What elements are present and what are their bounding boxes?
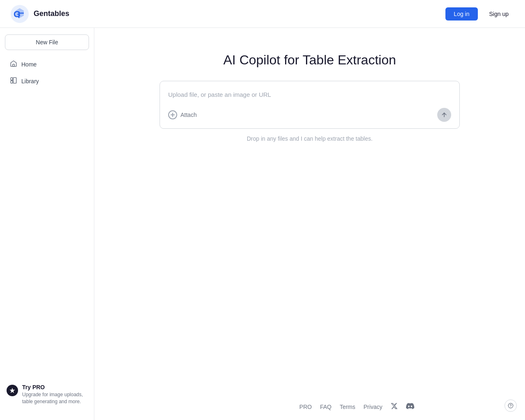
svg-rect-7 — [13, 78, 16, 83]
logo-text: Gentables — [34, 9, 69, 18]
footer: PRO FAQ Terms Privacy — [189, 394, 525, 420]
main-content: AI Copilot for Table Extraction Upload f… — [94, 28, 525, 420]
help-button[interactable] — [504, 399, 517, 412]
sidebar-bottom: Try PRO Upgrade for image uploads, table… — [5, 376, 89, 413]
login-button[interactable]: Log in — [445, 7, 477, 21]
try-pro-desc: Upgrade for image uploads, table generat… — [22, 391, 87, 405]
footer-link-pro[interactable]: PRO — [299, 404, 312, 410]
content-center: AI Copilot for Table Extraction Upload f… — [150, 28, 470, 142]
upload-placeholder: Upload file, or paste an image or URL — [168, 89, 451, 100]
sidebar-nav: Home Library — [5, 57, 89, 89]
discord-icon[interactable] — [406, 402, 414, 412]
attach-icon — [168, 110, 177, 119]
svg-text:G: G — [14, 9, 21, 19]
try-pro-title: Try PRO — [22, 384, 87, 390]
svg-rect-4 — [13, 64, 15, 66]
try-pro-area: Try PRO Upgrade for image uploads, table… — [5, 381, 89, 409]
footer-link-faq[interactable]: FAQ — [320, 404, 331, 410]
signup-button[interactable]: Sign up — [483, 7, 515, 21]
svg-rect-5 — [11, 78, 13, 80]
sidebar-item-library[interactable]: Library — [5, 73, 89, 89]
svg-rect-6 — [11, 81, 13, 83]
sidebar: New File Home — [0, 28, 94, 420]
home-icon — [10, 60, 17, 68]
pro-badge-icon — [7, 385, 18, 396]
sidebar-item-home[interactable]: Home — [5, 57, 89, 72]
attach-button[interactable]: Attach — [168, 109, 197, 121]
gentables-logo: G — [10, 4, 30, 24]
pro-text-block: Try PRO Upgrade for image uploads, table… — [22, 384, 87, 405]
library-icon — [10, 77, 17, 85]
page-title: AI Copilot for Table Extraction — [224, 52, 396, 68]
main-layout: New File Home — [0, 28, 525, 420]
new-file-button[interactable]: New File — [5, 34, 89, 50]
drop-hint: Drop in any files and I can help extract… — [247, 135, 373, 142]
header-actions: Log in Sign up — [445, 7, 515, 21]
attach-label: Attach — [180, 112, 197, 118]
upload-bottom: Attach — [168, 108, 451, 122]
sidebar-item-library-label: Library — [21, 78, 39, 84]
footer-link-privacy[interactable]: Privacy — [363, 404, 382, 410]
submit-button[interactable] — [437, 108, 451, 122]
footer-link-terms[interactable]: Terms — [340, 404, 355, 410]
logo-area: G Gentables — [10, 4, 69, 24]
twitter-x-icon[interactable] — [390, 402, 398, 411]
upload-area[interactable]: Upload file, or paste an image or URL At… — [160, 81, 460, 129]
sidebar-item-home-label: Home — [21, 61, 37, 68]
header: G Gentables Log in Sign up — [0, 0, 525, 28]
